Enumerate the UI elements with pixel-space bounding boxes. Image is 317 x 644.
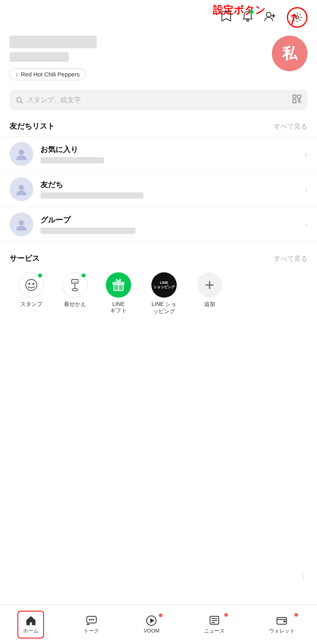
- profile-sub-placeholder: [10, 52, 69, 62]
- groups-chevron-icon: ›: [305, 220, 307, 229]
- friends-title: 友だちリスト: [10, 121, 55, 131]
- header: 設定ボタン ↗: [0, 0, 317, 32]
- nav-wallet[interactable]: ウォレット: [264, 612, 300, 638]
- groups-name: グループ: [40, 215, 298, 225]
- stamps-dot: [38, 274, 42, 277]
- svg-line-7: [21, 101, 23, 103]
- notification-dot: [250, 10, 254, 14]
- services-title: サービス: [10, 253, 40, 264]
- voom-icon: [146, 615, 157, 626]
- friends-section-header: 友だちリスト すべて見る: [0, 118, 317, 135]
- favorites-item[interactable]: お気に入り ›: [0, 137, 317, 171]
- svg-point-17: [19, 220, 24, 226]
- news-icon: [209, 615, 220, 626]
- svg-rect-42: [283, 621, 286, 622]
- stamps-icon: [19, 272, 44, 298]
- nav-talk[interactable]: トーク: [79, 612, 104, 638]
- friends-sub: [40, 192, 143, 199]
- gift-icon: [106, 272, 131, 298]
- svg-point-15: [19, 150, 24, 155]
- svg-rect-22: [73, 281, 76, 283]
- home-icon: [25, 615, 36, 626]
- news-dot: [224, 613, 228, 617]
- svg-point-6: [17, 97, 21, 102]
- friends-see-all[interactable]: すべて見る: [274, 122, 307, 131]
- services-section: サービス すべて見る スタンプ: [0, 250, 317, 319]
- nav-home[interactable]: ホーム: [17, 611, 44, 638]
- friends-chevron-icon: ›: [305, 185, 307, 194]
- talk-icon: [86, 615, 97, 626]
- more-options-button[interactable]: ⋮: [300, 571, 307, 581]
- shopping-text: LINEショッピング: [153, 281, 175, 289]
- service-shopping[interactable]: LINEショッピング LINE ショッピング: [140, 272, 188, 315]
- voom-dot: [159, 614, 162, 617]
- services-grid: スタンプ 着せかえ: [0, 268, 317, 319]
- svg-point-20: [32, 283, 34, 285]
- wallet-label: ウォレット: [269, 627, 295, 635]
- music-note-icon: ♪: [15, 71, 19, 78]
- shopping-icon: LINEショッピング: [151, 272, 177, 298]
- music-label: Red Hot Chili Peppers: [21, 71, 80, 78]
- service-more[interactable]: 追加: [188, 272, 231, 315]
- svg-point-1: [266, 12, 271, 17]
- groups-item[interactable]: グループ ›: [0, 207, 317, 242]
- friends-item[interactable]: 友だち ›: [0, 172, 317, 207]
- search-placeholder: スタンプ、絵文字: [27, 95, 81, 104]
- bottom-nav: ホーム トーク VOOM ニュース: [0, 604, 317, 644]
- favorites-name: お気に入り: [40, 144, 298, 155]
- favorites-chevron-icon: ›: [305, 150, 307, 159]
- svg-marker-36: [150, 618, 155, 623]
- service-stamps[interactable]: スタンプ: [10, 272, 53, 315]
- svg-point-19: [29, 283, 31, 285]
- svg-point-16: [19, 185, 24, 190]
- services-section-header: サービス すべて見る: [0, 250, 317, 267]
- scan-icon[interactable]: [292, 95, 301, 105]
- groups-sub: [40, 228, 136, 234]
- favorites-avatar: [10, 142, 33, 166]
- svg-rect-8: [293, 95, 296, 98]
- service-gift[interactable]: LINEギフト: [97, 272, 140, 315]
- svg-point-32: [89, 619, 90, 620]
- nav-voom[interactable]: VOOM: [139, 612, 164, 637]
- annotation-label: 設定ボタン ↗: [213, 3, 265, 17]
- more-label: 追加: [204, 301, 215, 308]
- friends-name: 友だち: [40, 180, 298, 190]
- profile-area: ♪ Red Hot Chili Peppers 私: [0, 32, 317, 87]
- svg-point-24: [72, 289, 78, 291]
- gift-label: LINEギフト: [110, 301, 127, 314]
- search-bar[interactable]: スタンプ、絵文字: [10, 90, 307, 110]
- theme-label: 着せかえ: [64, 301, 86, 308]
- more-icon: [197, 272, 222, 298]
- svg-point-18: [26, 279, 37, 291]
- search-icon: [16, 97, 23, 104]
- home-label: ホーム: [23, 627, 38, 635]
- notification-button[interactable]: [243, 11, 253, 25]
- profile-name-placeholder: [10, 36, 97, 48]
- music-tag[interactable]: ♪ Red Hot Chili Peppers: [10, 68, 86, 80]
- favorites-sub: [40, 157, 104, 163]
- nav-news[interactable]: ニュース: [199, 612, 229, 638]
- svg-rect-10: [293, 100, 296, 103]
- voom-label: VOOM: [144, 628, 160, 634]
- talk-label: トーク: [84, 627, 99, 635]
- svg-point-33: [91, 619, 92, 620]
- stamps-label: スタンプ: [20, 301, 42, 308]
- wallet-icon: [276, 615, 287, 626]
- theme-dot: [82, 274, 86, 277]
- wallet-dot: [294, 613, 298, 617]
- bookmark-button[interactable]: [221, 11, 231, 25]
- services-see-all[interactable]: すべて見る: [274, 254, 307, 263]
- service-theme[interactable]: 着せかえ: [53, 272, 97, 315]
- svg-point-34: [93, 619, 94, 620]
- friends-avatar: [10, 177, 33, 201]
- add-friend-button[interactable]: [264, 11, 276, 25]
- news-label: ニュース: [204, 627, 225, 635]
- groups-avatar: [10, 213, 33, 236]
- theme-icon: [62, 272, 88, 298]
- shopping-label: LINE ショッピング: [151, 301, 176, 315]
- avatar[interactable]: 私: [272, 36, 307, 71]
- svg-point-0: [247, 19, 249, 21]
- svg-rect-9: [298, 95, 301, 98]
